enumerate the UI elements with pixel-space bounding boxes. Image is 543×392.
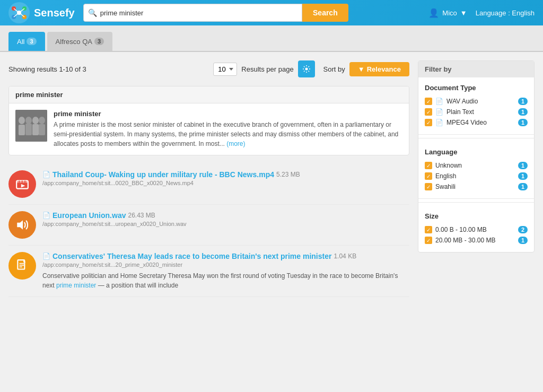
tab-alfresco-label: Alfresco QA	[56, 38, 92, 46]
result-filename-1[interactable]: 📄 Thailand Coup- Waking up under militar…	[42, 170, 409, 179]
results-area: Showing results 1-10 of 3 10 20 50 Resul…	[8, 60, 409, 297]
filter-label-wav: WAV Audio	[446, 98, 515, 105]
filter-checkbox-swahili: ✓	[425, 183, 432, 190]
result-details-1: 📄 Thailand Coup- Waking up under militar…	[42, 170, 409, 186]
result-size-2: 26.43 MB	[128, 212, 155, 219]
filter-label-swahili: Swahili	[435, 183, 515, 190]
per-page-area: 10 20 50 Results per page	[213, 60, 314, 77]
result-name-2: European Union.wav	[52, 211, 126, 220]
filter-label-size-large: 20.00 MB - 30.00 MB	[435, 237, 515, 244]
svg-rect-16	[19, 125, 25, 135]
header-right: 👤 Mico ▼ Language : English	[428, 8, 535, 18]
filter-size-title: Size	[425, 212, 528, 220]
file-icon-3: 📄	[42, 252, 50, 260]
language-selector[interactable]: Language : English	[476, 9, 535, 17]
filter-item-english[interactable]: ✓ English 1	[425, 171, 528, 181]
svg-rect-18	[32, 124, 39, 135]
knowledge-text: prime minister A prime minister is the m…	[54, 110, 402, 149]
filter-count-mpeg4: 1	[518, 119, 528, 126]
audio-icon	[15, 218, 29, 232]
settings-button[interactable]	[298, 60, 315, 77]
filter-file-icon-plain-text: 📄	[435, 108, 443, 116]
filter-label-plain-text: Plain Text	[446, 108, 515, 116]
logo-icon	[8, 2, 30, 23]
filter-file-icon-wav: 📄	[435, 98, 443, 105]
document-icon	[15, 259, 29, 273]
result-item-1: 📄 Thailand Coup- Waking up under militar…	[8, 164, 409, 205]
svg-point-15	[39, 117, 45, 124]
user-name: Mico	[442, 9, 457, 17]
filter-count-swahili: 1	[518, 183, 528, 190]
svg-marker-26	[17, 220, 23, 229]
result-size-3: 1.04 KB	[334, 252, 356, 260]
result-icon-audio	[8, 211, 36, 239]
search-input-wrapper: 🔍	[83, 4, 302, 22]
file-icon-2: 📄	[42, 212, 50, 219]
header: Sensefy 🔍 Search 👤 Mico ▼ Language : Eng…	[0, 0, 543, 25]
filter-checkbox-english: ✓	[425, 172, 432, 180]
filter-item-unknown[interactable]: ✓ Unknown 1	[425, 160, 528, 171]
sort-relevance-button[interactable]: ▼ Relevance	[349, 62, 409, 76]
logo-area: Sensefy	[8, 2, 75, 23]
result-size-1: 5.23 MB	[276, 171, 300, 178]
filter-checkbox-unknown: ✓	[425, 162, 432, 169]
language-label: Language : English	[476, 9, 535, 17]
sort-area: Sort by ▼ Relevance	[323, 62, 409, 76]
filter-item-mpeg4[interactable]: ✓ 📄 MPEG4 Video 1	[425, 117, 528, 128]
result-highlight: prime minister	[56, 282, 96, 289]
search-input[interactable]	[100, 9, 297, 17]
svg-rect-25	[24, 181, 25, 183]
result-description-3: Conservative politician and Home Secreta…	[42, 271, 409, 290]
result-name-1: Thailand Coup- Waking up under military …	[52, 170, 274, 179]
filter-item-swahili[interactable]: ✓ Swahili 1	[425, 181, 528, 192]
filter-item-wav[interactable]: ✓ 📄 WAV Audio 1	[425, 96, 528, 107]
svg-rect-17	[25, 124, 32, 135]
filter-item-plain-text[interactable]: ✓ 📄 Plain Text 1	[425, 107, 528, 117]
sidebar: Filter by Document Type ✓ 📄 WAV Audio 1 …	[418, 60, 535, 297]
search-button[interactable]: Search	[302, 4, 348, 22]
svg-rect-24	[22, 181, 23, 183]
per-page-select[interactable]: 10 20 50	[213, 63, 237, 76]
filter-checkbox-size-small: ✓	[425, 226, 432, 233]
filter-count-wav: 1	[518, 98, 528, 105]
svg-rect-23	[19, 181, 20, 183]
result-path-3: /app:company_home/st:sit...20_prime_x002…	[42, 262, 409, 268]
svg-point-10	[305, 68, 308, 71]
filter-checkbox-mpeg4: ✓	[425, 119, 432, 126]
result-filename-3[interactable]: 📄 Conservatives' Theresa May leads race …	[42, 252, 409, 260]
result-path-1: /app:company_home/st:sit...0020_BBC_x002…	[42, 180, 409, 186]
filter-separator-1	[418, 138, 534, 138]
user-dropdown-icon: ▼	[460, 9, 467, 17]
settings-icon	[302, 65, 311, 73]
result-filename-2[interactable]: 📄 European Union.wav 26.43 MB	[42, 211, 409, 220]
filter-label-english: English	[435, 172, 515, 180]
user-menu[interactable]: 👤 Mico ▼	[428, 8, 467, 18]
video-icon	[15, 177, 29, 191]
knowledge-card: prime minister	[8, 86, 409, 155]
filter-item-size-large[interactable]: ✓ 20.00 MB - 30.00 MB 1	[425, 235, 528, 246]
filter-separator-2	[418, 202, 534, 203]
filter-section-document-type: Document Type ✓ 📄 WAV Audio 1 ✓ 📄 Plain …	[418, 77, 534, 135]
result-details-3: 📄 Conservatives' Theresa May leads race …	[42, 252, 409, 290]
knowledge-title: prime minister	[54, 110, 402, 118]
filter-header: Filter by	[418, 61, 534, 77]
result-item-3: 📄 Conservatives' Theresa May leads race …	[8, 246, 409, 297]
filter-item-size-small[interactable]: ✓ 0.00 B - 10.00 MB 2	[425, 224, 528, 235]
tab-alfresco[interactable]: Alfresco QA 3	[47, 32, 112, 51]
tabs-bar: All 3 Alfresco QA 3	[0, 25, 543, 52]
tab-all[interactable]: All 3	[8, 32, 45, 51]
result-icon-video	[8, 170, 36, 198]
filter-panel: Filter by Document Type ✓ 📄 WAV Audio 1 …	[418, 60, 535, 252]
svg-marker-22	[21, 184, 25, 188]
knowledge-query: prime minister	[15, 91, 63, 99]
svg-point-12	[19, 117, 25, 124]
filter-count-size-large: 1	[518, 237, 528, 244]
knowledge-image-svg	[15, 110, 47, 142]
tab-alfresco-badge: 3	[94, 38, 104, 45]
filter-checkbox-size-large: ✓	[425, 237, 432, 244]
filter-label-mpeg4: MPEG4 Video	[446, 119, 515, 126]
filter-document-type-title: Document Type	[425, 84, 528, 92]
svg-rect-19	[39, 124, 45, 135]
knowledge-more-link[interactable]: (more)	[226, 140, 245, 147]
sort-value: Relevance	[367, 65, 401, 73]
